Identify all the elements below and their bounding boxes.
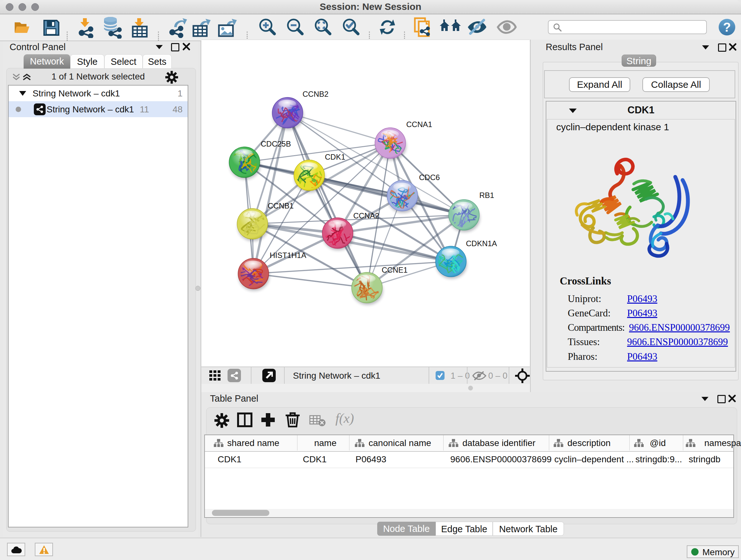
svg-text:HIST1H1A: HIST1H1A bbox=[270, 251, 307, 260]
svg-text:CCNA1: CCNA1 bbox=[406, 120, 432, 129]
svg-text:CDC6: CDC6 bbox=[419, 173, 440, 182]
svg-text:CCNE1: CCNE1 bbox=[382, 266, 408, 274]
svg-text:CCNA2: CCNA2 bbox=[353, 211, 379, 220]
svg-text:CCNB2: CCNB2 bbox=[302, 90, 328, 98]
svg-text:RB1: RB1 bbox=[479, 191, 494, 199]
svg-text:CDC25B: CDC25B bbox=[261, 139, 291, 148]
svg-text:CDK1: CDK1 bbox=[325, 152, 345, 161]
svg-text:CDKN1A: CDKN1A bbox=[466, 239, 497, 248]
svg-text:CCNB1: CCNB1 bbox=[268, 201, 293, 210]
